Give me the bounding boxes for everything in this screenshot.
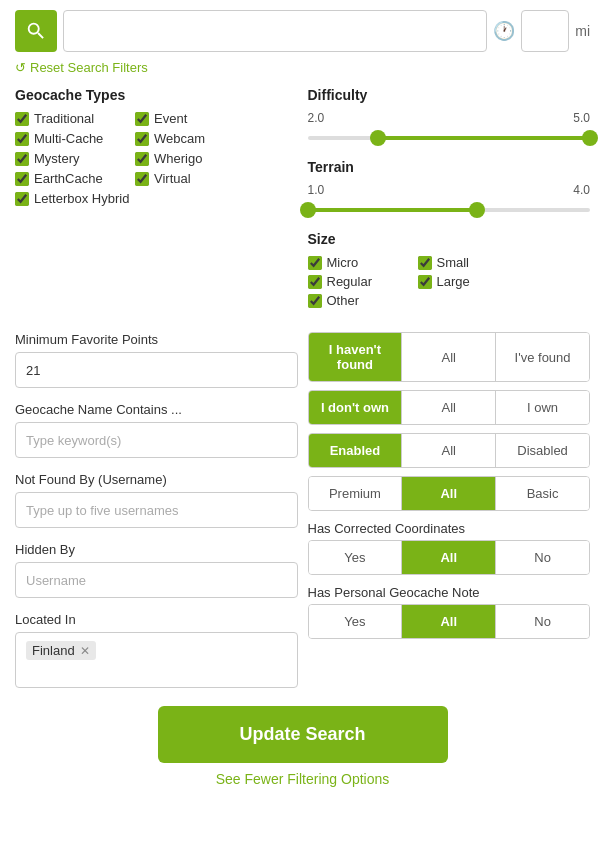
corrected-coords-label: Has Corrected Coordinates xyxy=(308,521,591,536)
checkbox-earthcache[interactable]: EarthCache xyxy=(15,171,115,186)
geocache-name-input[interactable] xyxy=(15,422,298,458)
checkbox-webcam[interactable]: Webcam xyxy=(135,131,235,146)
found-toggle: I haven't found All I've found xyxy=(308,332,591,382)
update-search-button[interactable]: Update Search xyxy=(158,706,448,763)
corrected-coords-toggle: Yes All No xyxy=(308,540,591,575)
own-toggle-all[interactable]: All xyxy=(402,391,496,424)
reset-search-link[interactable]: ↺ Reset Search Filters xyxy=(15,60,590,75)
checkbox-event[interactable]: Event xyxy=(135,111,235,126)
own-toggle-dont-own[interactable]: I don't own xyxy=(309,391,403,424)
reset-icon: ↺ xyxy=(15,60,26,75)
difficulty-max: 5.0 xyxy=(573,111,590,125)
not-found-input[interactable] xyxy=(15,492,298,528)
terrain-max: 4.0 xyxy=(573,183,590,197)
personal-note-yes[interactable]: Yes xyxy=(309,605,403,638)
geocache-types-title: Geocache Types xyxy=(15,87,298,103)
checkbox-micro[interactable]: Micro xyxy=(308,255,408,270)
membership-toggle: Premium All Basic xyxy=(308,476,591,511)
terrain-min: 1.0 xyxy=(308,183,325,197)
personal-note-label: Has Personal Geocache Note xyxy=(308,585,591,600)
see-fewer-link[interactable]: See Fewer Filtering Options xyxy=(15,771,590,797)
checkbox-regular[interactable]: Regular xyxy=(308,274,408,289)
difficulty-thumb-right[interactable] xyxy=(582,130,598,146)
membership-toggle-all[interactable]: All xyxy=(402,477,496,510)
difficulty-thumb-left[interactable] xyxy=(370,130,386,146)
corrected-coords-no[interactable]: No xyxy=(496,541,589,574)
reset-label: Reset Search Filters xyxy=(30,60,148,75)
difficulty-title: Difficulty xyxy=(308,87,591,103)
size-title: Size xyxy=(308,231,591,247)
terrain-thumb-left[interactable] xyxy=(300,202,316,218)
found-toggle-not-found[interactable]: I haven't found xyxy=(309,333,403,381)
terrain-slider[interactable] xyxy=(308,201,591,219)
difficulty-min: 2.0 xyxy=(308,111,325,125)
checkbox-mystery[interactable]: Mystery xyxy=(15,151,115,166)
checkbox-multicache[interactable]: Multi-Cache xyxy=(15,131,115,146)
found-toggle-all[interactable]: All xyxy=(402,333,496,381)
search-icon[interactable] xyxy=(15,10,57,52)
checkbox-other[interactable]: Other xyxy=(308,293,408,308)
checkbox-traditional[interactable]: Traditional xyxy=(15,111,115,126)
enabled-toggle-enabled[interactable]: Enabled xyxy=(309,434,403,467)
found-toggle-found[interactable]: I've found xyxy=(496,333,589,381)
size-checkboxes: Micro Small Regular Large Other xyxy=(308,255,591,308)
search-bar: Tampere 🕐 12 mi xyxy=(15,10,590,52)
location-search-input[interactable]: Tampere xyxy=(63,10,487,52)
enabled-toggle: Enabled All Disabled xyxy=(308,433,591,468)
clock-icon[interactable]: 🕐 xyxy=(493,20,515,42)
terrain-title: Terrain xyxy=(308,159,591,175)
checkbox-small[interactable]: Small xyxy=(418,255,518,270)
radius-input[interactable]: 12 xyxy=(521,10,569,52)
membership-toggle-premium[interactable]: Premium xyxy=(309,477,403,510)
checkbox-letterbox[interactable]: Letterbox Hybrid xyxy=(15,191,129,206)
terrain-slider-section: 1.0 4.0 xyxy=(308,183,591,219)
min-fav-input[interactable]: 21 xyxy=(15,352,298,388)
difficulty-slider[interactable] xyxy=(308,129,591,147)
own-toggle-own[interactable]: I own xyxy=(496,391,589,424)
checkbox-virtual[interactable]: Virtual xyxy=(135,171,235,186)
hidden-by-input[interactable] xyxy=(15,562,298,598)
personal-note-no[interactable]: No xyxy=(496,605,589,638)
membership-toggle-basic[interactable]: Basic xyxy=(496,477,589,510)
radius-unit: mi xyxy=(575,23,590,39)
located-in-label: Located In xyxy=(15,612,298,627)
min-fav-label: Minimum Favorite Points xyxy=(15,332,298,347)
enabled-toggle-disabled[interactable]: Disabled xyxy=(496,434,589,467)
terrain-thumb-right[interactable] xyxy=(469,202,485,218)
location-tag-close[interactable]: ✕ xyxy=(80,644,90,658)
personal-note-toggle: Yes All No xyxy=(308,604,591,639)
difficulty-slider-section: 2.0 5.0 xyxy=(308,111,591,147)
checkbox-large[interactable]: Large xyxy=(418,274,518,289)
located-in-input[interactable]: Finland ✕ xyxy=(15,632,298,688)
own-toggle: I don't own All I own xyxy=(308,390,591,425)
corrected-coords-yes[interactable]: Yes xyxy=(309,541,403,574)
not-found-label: Not Found By (Username) xyxy=(15,472,298,487)
enabled-toggle-all[interactable]: All xyxy=(402,434,496,467)
checkbox-wherigo[interactable]: Wherigo xyxy=(135,151,235,166)
personal-note-all[interactable]: All xyxy=(402,605,496,638)
corrected-coords-all[interactable]: All xyxy=(402,541,496,574)
hidden-by-label: Hidden By xyxy=(15,542,298,557)
geocache-types-group: Traditional Event Multi-Cache Webcam xyxy=(15,111,298,206)
geocache-name-label: Geocache Name Contains ... xyxy=(15,402,298,417)
location-tag: Finland ✕ xyxy=(26,641,96,660)
location-tag-text: Finland xyxy=(32,643,75,658)
